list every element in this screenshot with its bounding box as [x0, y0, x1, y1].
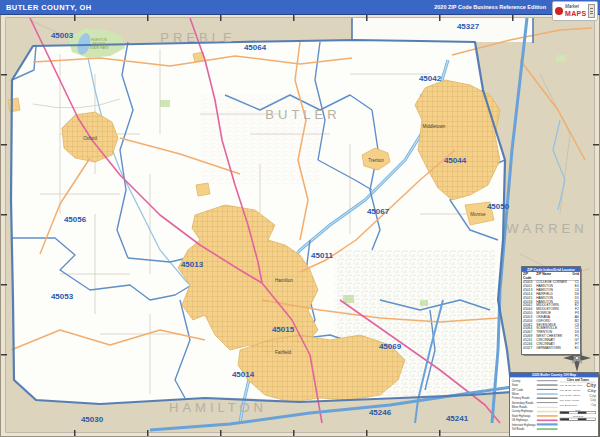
zip-label: 45030	[81, 415, 104, 424]
zip-label: 45067	[367, 207, 390, 216]
legend-swatch	[537, 423, 558, 425]
edition-label: 2020 ZIP Code Business Reference Edition	[434, 4, 546, 10]
zip-index-row: 45327 GERMANTOWN E1	[523, 346, 579, 350]
legend-swatch	[537, 380, 558, 381]
city-class-row: Pop. Below 5,000 City	[560, 403, 596, 408]
legend-swatch	[537, 407, 558, 408]
zip-label: 45050	[487, 202, 510, 211]
city-label-trenton: Trenton	[368, 158, 384, 163]
logo-brand-bottom: MAPS	[565, 10, 586, 17]
zip-label: 45327	[457, 22, 480, 31]
zip-label: 45069	[379, 342, 402, 351]
logo-info-box	[588, 4, 595, 18]
legend-swatch	[537, 398, 558, 399]
legend-swatch	[537, 428, 558, 430]
city-label-monroe: Monroe	[470, 212, 486, 217]
city-label-fairfield: Fairfield	[275, 350, 292, 355]
county-label-hamilton: HAMILTON	[169, 400, 267, 415]
scale-bar-miles: Miles	[560, 409, 596, 414]
map-legend: 2020 Butler County, OH Map County State	[509, 372, 599, 437]
legend-item: Toll Roads	[512, 427, 558, 431]
zip-index-title: ZIP Code Index/Grid Locator	[522, 267, 580, 272]
zip-label: 45246	[369, 408, 392, 417]
zip-45327-notch	[352, 18, 533, 42]
zip-label: 45003	[51, 31, 74, 40]
city-label-oxford: Oxford	[83, 136, 97, 141]
legend-swatch	[537, 419, 558, 421]
zip-label: 45013	[181, 260, 204, 269]
county-label-butler: BUTLER	[265, 107, 340, 122]
legend-swatch	[537, 402, 558, 403]
legend-swatch	[537, 384, 558, 385]
map-sheet: { "header": { "title": "BUTLER COUNTY, O…	[0, 0, 600, 437]
scale-bar-kilometers: Kilometers	[560, 415, 596, 420]
county-label-warren: WARREN	[506, 221, 587, 236]
publisher-logo: Market MAPS	[552, 1, 598, 21]
legend-swatch	[537, 415, 558, 417]
city-label-middletown: Middletown	[423, 124, 446, 129]
zip-index-header-row: ZIP Code ZIP Name Grid	[523, 272, 579, 280]
legend-swatch	[537, 393, 558, 395]
zip-index-box: ZIP Code Index/Grid Locator ZIP Code ZIP…	[521, 266, 581, 355]
legend-swatch	[537, 410, 558, 412]
zip-label: 45056	[64, 215, 87, 224]
svg-text:STATE PARK: STATE PARK	[89, 46, 109, 50]
zip-label: 45042	[419, 74, 442, 83]
zip-label: 45011	[311, 251, 333, 260]
logo-mark-icon	[555, 7, 563, 15]
city-label-hamilton: Hamilton	[275, 278, 293, 283]
header-bar: BUTLER COUNTY, OH 2020 ZIP Code Business…	[0, 0, 600, 15]
zip-label: 45053	[51, 292, 74, 301]
legend-cities: Cities and Towns Pop. 50,000 and Above C…	[560, 378, 596, 431]
zip-label: 45064	[244, 43, 267, 52]
urban-area-college-corner	[8, 98, 20, 112]
legend-swatch	[537, 389, 558, 390]
zip-label: 45015	[272, 325, 295, 334]
zip-label: 45241	[446, 414, 469, 423]
zip-label: 45014	[232, 370, 255, 379]
map-title: BUTLER COUNTY, OH	[6, 3, 92, 12]
zip-index-table: ZIP Code ZIP Name Grid 45003 COLLEGE COR…	[522, 272, 580, 350]
legend-symbols: County State ZIP Code Water	[512, 378, 558, 431]
urban-area-seven-mile	[196, 183, 210, 196]
county-label-preble: PREBLE	[160, 30, 235, 45]
zip-label: 45044	[444, 156, 467, 165]
